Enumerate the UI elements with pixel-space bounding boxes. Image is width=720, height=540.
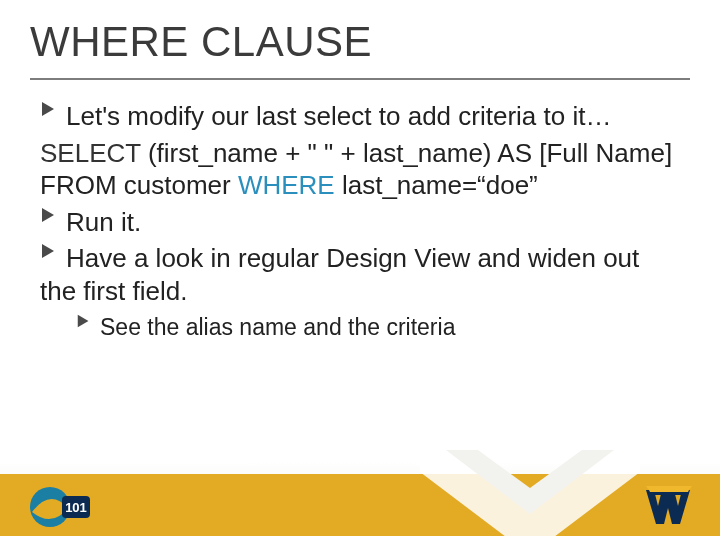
chevron-right-icon <box>40 242 58 260</box>
sql-where-keyword: WHERE <box>238 170 335 200</box>
bullet-item-1: Let's modify our last select to add crit… <box>40 100 680 133</box>
footer-gold-stripe <box>0 474 720 536</box>
sql-code-tail: last_name=“doe” <box>335 170 538 200</box>
title-underline <box>30 78 690 80</box>
sub-bullet-item-1: See the alias name and the criteria <box>76 313 680 342</box>
chevron-right-icon <box>40 100 58 118</box>
footer-white-stripe <box>0 536 720 540</box>
slide-title: WHERE CLAUSE <box>30 18 372 66</box>
bullet-text: Have a look in regular Design View and w… <box>40 243 639 306</box>
sql-code-line: SELECT (first_name + " " + last_name) AS… <box>40 137 680 202</box>
slide-body: Let's modify our last select to add crit… <box>40 100 680 342</box>
bullet-item-4: Have a look in regular Design View and w… <box>40 242 680 307</box>
svg-text:101: 101 <box>65 500 87 515</box>
wv-flying-logo-icon <box>644 484 694 528</box>
chevron-right-icon <box>40 206 58 224</box>
sql-select-keyword: SELECT <box>40 138 141 168</box>
bullet-item-3: Run it. <box>40 206 680 239</box>
bullet-text: Let's modify our last select to add crit… <box>66 101 611 131</box>
chevron-right-icon <box>76 313 92 329</box>
bullet-text: Run it. <box>66 207 141 237</box>
sub-bullet-text: See the alias name and the criteria <box>100 314 455 340</box>
cs101-badge-icon: 101 <box>28 484 92 530</box>
slide: WHERE CLAUSE Let's modify our last selec… <box>0 0 720 540</box>
